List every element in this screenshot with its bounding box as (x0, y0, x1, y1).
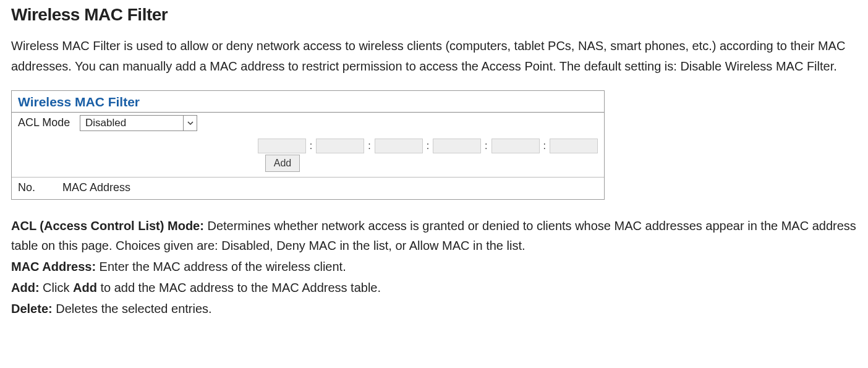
mac-octet-2[interactable] (316, 139, 364, 153)
def-add-pre: Click (40, 281, 73, 294)
def-delete-text: Deletes the selected entries. (53, 302, 212, 315)
chevron-down-icon (183, 116, 197, 131)
def-delete-label: Delete: (11, 302, 53, 315)
acl-mode-row: ACL Mode Disabled (12, 113, 604, 135)
column-no: No. (18, 181, 35, 194)
mac-octet-5[interactable] (491, 139, 540, 153)
definitions: ACL (Access Control List) Mode: Determin… (11, 216, 857, 319)
def-mac: MAC Address: Enter the MAC address of th… (11, 257, 857, 276)
acl-mode-value: Disabled (80, 116, 131, 131)
acl-mode-label: ACL Mode (18, 115, 80, 130)
mac-octet-1[interactable] (258, 139, 306, 153)
mac-table-header: No. MAC Address (12, 177, 604, 199)
def-mac-label: MAC Address: (11, 260, 96, 273)
page-title: Wireless MAC Filter (11, 5, 857, 25)
def-add: Add: Click Add to add the MAC address to… (11, 278, 857, 297)
mac-octet-3[interactable] (375, 139, 423, 153)
mac-octet-6[interactable] (550, 139, 598, 153)
mac-input-row: : : : : : (12, 135, 604, 155)
intro-paragraph: Wireless MAC Filter is used to allow or … (11, 36, 846, 77)
def-acl: ACL (Access Control List) Mode: Determin… (11, 216, 857, 255)
def-mac-text: Enter the MAC address of the wireless cl… (96, 260, 346, 273)
column-mac-address: MAC Address (62, 181, 130, 194)
colon-separator: : (543, 140, 546, 152)
colon-separator: : (427, 140, 429, 152)
colon-separator: : (485, 140, 487, 152)
mac-filter-panel: Wireless MAC Filter ACL Mode Disabled : … (11, 90, 605, 200)
add-button[interactable]: Add (265, 155, 300, 172)
acl-mode-select[interactable]: Disabled (80, 115, 197, 131)
def-delete: Delete: Deletes the selected entries. (11, 299, 857, 319)
def-add-bold: Add (73, 281, 97, 294)
panel-title: Wireless MAC Filter (12, 91, 604, 113)
def-add-label: Add: (11, 281, 40, 294)
colon-separator: : (368, 140, 370, 152)
mac-octet-4[interactable] (433, 139, 481, 153)
colon-separator: : (310, 140, 312, 152)
def-add-post: to add the MAC address to the MAC Addres… (97, 281, 381, 294)
add-button-row: Add (12, 155, 604, 177)
def-acl-label: ACL (Access Control List) Mode: (11, 219, 204, 233)
